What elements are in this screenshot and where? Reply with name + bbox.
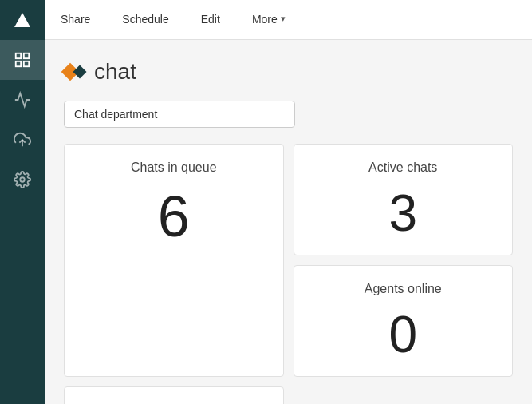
card-chats-in-queue-value: 6 <box>158 188 190 245</box>
settings-icon <box>14 171 31 188</box>
app-header: chat <box>64 59 513 85</box>
app-logo <box>64 65 85 78</box>
nav-more-label: More <box>252 13 278 26</box>
nav-edit[interactable]: Edit <box>185 0 236 39</box>
app-title: chat <box>94 59 136 85</box>
sidebar <box>0 0 45 404</box>
card-chats-per-hour: Chats per hour (8 hrs) <box>64 386 284 404</box>
card-chats-in-queue: Chats in queue 6 <box>64 144 284 377</box>
upload-icon <box>14 131 31 149</box>
card-active-chats: Active chats 3 <box>294 144 514 255</box>
logo-icon <box>14 13 30 27</box>
sidebar-item-analytics[interactable] <box>0 80 45 120</box>
sidebar-item-settings[interactable] <box>0 160 45 200</box>
grid-icon <box>14 51 31 69</box>
top-navigation: Share Schedule Edit More ▾ <box>45 0 532 40</box>
svg-rect-1 <box>24 53 29 58</box>
svg-point-5 <box>20 177 25 182</box>
main-area: Share Schedule Edit More ▾ chat Chats in… <box>45 0 532 404</box>
card-active-chats-value: 3 <box>388 188 417 239</box>
card-agents-online-value: 0 <box>388 309 417 360</box>
nav-schedule[interactable]: Schedule <box>106 0 184 39</box>
metrics-grid: Chats in queue 6 Active chats 3 Agents o… <box>64 144 513 404</box>
sidebar-logo[interactable] <box>0 0 45 40</box>
svg-rect-2 <box>16 61 21 66</box>
content-area: chat Chats in queue 6 Active chats 3 Age… <box>45 40 532 404</box>
svg-rect-3 <box>24 61 29 66</box>
sidebar-item-dashboard[interactable] <box>0 40 45 80</box>
department-filter-input[interactable] <box>64 101 295 128</box>
chevron-down-icon: ▾ <box>281 14 286 24</box>
svg-rect-0 <box>16 53 21 58</box>
nav-more[interactable]: More ▾ <box>236 0 301 39</box>
card-agents-online-title: Agents online <box>365 282 442 296</box>
nav-share[interactable]: Share <box>45 0 106 39</box>
chart-icon <box>14 91 31 109</box>
card-active-chats-title: Active chats <box>368 160 437 175</box>
sidebar-item-upload[interactable] <box>0 120 45 160</box>
card-chats-in-queue-title: Chats in queue <box>131 160 217 175</box>
card-agents-online: Agents online 0 <box>294 265 514 377</box>
